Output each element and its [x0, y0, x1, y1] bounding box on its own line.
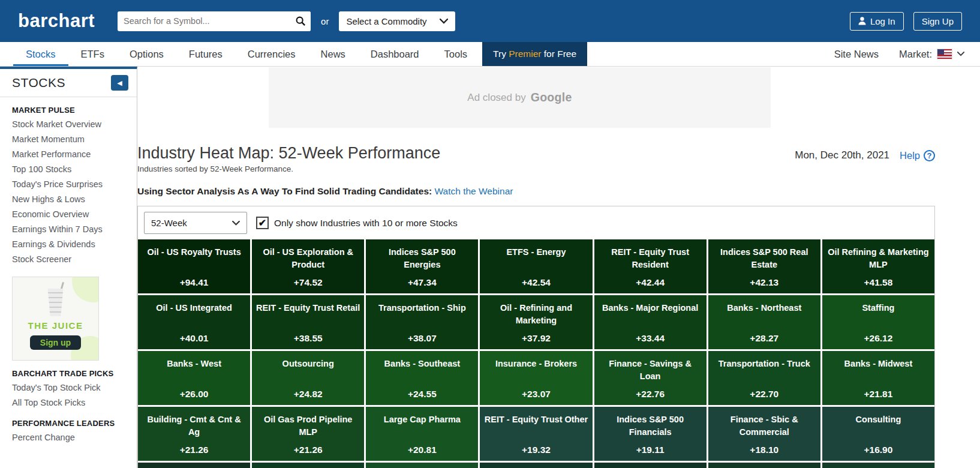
site-news-link[interactable]: Site News — [834, 49, 879, 60]
period-select[interactable]: 52-Week — [144, 212, 247, 234]
nav-item-etfs[interactable]: ETFs — [68, 42, 117, 66]
heatmap-cell-partial[interactable] — [366, 463, 478, 468]
sidebar-item-all-top-stock-picks[interactable]: All Top Stock Picks — [12, 395, 137, 410]
sidebar-item-top-100-stocks[interactable]: Top 100 Stocks — [12, 162, 137, 177]
heatmap-cell-value: +42.54 — [483, 277, 588, 288]
heatmap-cell-partial[interactable] — [480, 463, 592, 468]
heatmap-cell-etfs-energy[interactable]: ETFS - Energy+42.54 — [480, 239, 592, 293]
heatmap-cell-partial[interactable] — [138, 463, 250, 468]
signup-label: Sign Up — [922, 16, 954, 26]
market-selector[interactable]: Market: — [899, 49, 964, 60]
heatmap-cell-oil-refining-and-marketing[interactable]: Oil - Refining and Marketing+37.92 — [480, 295, 592, 349]
heatmap-cell-oil-us-royalty-trusts[interactable]: Oil - US Royalty Trusts+94.41 — [138, 239, 250, 293]
nav-item-futures[interactable]: Futures — [176, 42, 235, 66]
heatmap-cell-value: +19.32 — [483, 445, 588, 455]
heatmap-cell-value: +19.11 — [598, 445, 703, 455]
heatmap-cell-finance-sbic-commercial[interactable]: Finance - Sbic & Commercial+18.10 — [708, 407, 820, 461]
heatmap-cell-banks-southeast[interactable]: Banks - Southeast+24.55 — [366, 351, 478, 405]
heatmap-cell-value: +33.44 — [598, 333, 703, 344]
heatmap-cell-partial[interactable] — [252, 463, 364, 468]
login-button[interactable]: Log In — [850, 12, 904, 31]
signup-button[interactable]: Sign Up — [913, 12, 962, 31]
nav-item-currencies[interactable]: Currencies — [235, 42, 308, 66]
sidebar-item-stock-market-overview[interactable]: Stock Market Overview — [12, 117, 137, 132]
heatmap-cell-banks-west[interactable]: Banks - West+26.00 — [138, 351, 250, 405]
sidebar-item-market-momentum[interactable]: Market Momentum — [12, 132, 137, 147]
stocks-filter: ✔ Only show Industries with 10 or more S… — [256, 217, 458, 229]
heatmap-cell-oil-gas-prod-pipeline-mlp[interactable]: Oil Gas Prod Pipeline MLP+21.26 — [252, 407, 364, 461]
heatmap-cell-insurance-brokers[interactable]: Insurance - Brokers+23.07 — [480, 351, 592, 405]
heatmap-cell-banks-northeast[interactable]: Banks - Northeast+28.27 — [708, 295, 820, 349]
google-ad-banner: Ad closed by Google — [269, 67, 771, 128]
help-link[interactable]: Help ? — [900, 150, 935, 161]
heatmap-cell-partial[interactable] — [708, 463, 820, 468]
heatmap-cell-reit-equity-trust-retail[interactable]: REIT - Equity Trust Retail+38.55 — [252, 295, 364, 349]
ad-title: THE JUICE — [13, 320, 98, 331]
ad-signup-button[interactable]: Sign up — [30, 335, 81, 350]
heatmap-cell-transportation-truck[interactable]: Transportation - Truck+22.70 — [708, 351, 820, 405]
heatmap-cell-name: Banks - Southeast — [369, 358, 474, 370]
sidebar-item-earnings-dividends[interactable]: Earnings & Dividends — [12, 237, 137, 252]
page-subtitle: Industries sorted by 52-Week Performance… — [137, 164, 935, 173]
heatmap-cell-large-cap-pharma[interactable]: Large Cap Pharma+20.81 — [366, 407, 478, 461]
chevron-down-icon — [232, 221, 240, 226]
heatmap-cell-value: +24.55 — [369, 389, 474, 400]
heatmap-cell-value: +20.81 — [369, 445, 474, 455]
sidebar-item-percent-change[interactable]: Percent Change — [12, 430, 137, 445]
sidebar-item-today-s-price-surprises[interactable]: Today's Price Surprises — [12, 177, 137, 192]
heatmap-cell-oil-us-integrated[interactable]: Oil - US Integrated+40.01 — [138, 295, 250, 349]
sidebar-section-market-pulse: MARKET PULSEStock Market OverviewMarket … — [12, 106, 137, 267]
heatmap-cell-value: +42.44 — [598, 277, 703, 288]
date-label: Mon, Dec 20th, 2021 — [795, 149, 889, 161]
heatmap-cell-name: Oil Refining & Marketing MLP — [826, 246, 931, 271]
nav-item-stocks[interactable]: Stocks — [13, 42, 68, 66]
webinar-link[interactable]: Watch the Webinar — [435, 186, 513, 196]
sidebar-item-new-highs-lows[interactable]: New Highs & Lows — [12, 192, 137, 207]
nav-item-dashboard[interactable]: Dashboard — [358, 42, 432, 66]
commodity-select[interactable]: Select a Commodity — [339, 11, 455, 31]
heatmap-cell-name: Oil - US Exploration & Product — [255, 246, 360, 271]
heatmap-cell-value: +21.26 — [142, 445, 246, 455]
heatmap-cell-indices-s-p-500-energies[interactable]: Indices S&P 500 Energies+47.34 — [366, 239, 478, 293]
heatmap-cell-oil-refining-marketing-mlp[interactable]: Oil Refining & Marketing MLP+41.58 — [822, 239, 934, 293]
sidebar-item-stock-screener[interactable]: Stock Screener — [12, 252, 137, 267]
heatmap-cell-partial[interactable] — [822, 463, 934, 468]
sidebar-item-today-s-top-stock-pick[interactable]: Today's Top Stock Pick — [12, 380, 137, 395]
heatmap-cell-consulting[interactable]: Consulting+16.90 — [822, 407, 934, 461]
heatmap-cell-indices-s-p-500-financials[interactable]: Indices S&P 500 Financials+19.11 — [594, 407, 707, 461]
search-icon[interactable] — [290, 11, 311, 31]
heatmap-cell-reit-equity-trust-other[interactable]: REIT - Equity Trust Other+19.32 — [480, 407, 592, 461]
webinar-text: Using Sector Analysis As A Way To Find S… — [137, 186, 432, 196]
sidebar-collapse-button[interactable]: ◀ — [111, 75, 128, 91]
heatmap-cell-partial[interactable] — [594, 463, 707, 468]
sidebar-item-economic-overview[interactable]: Economic Overview — [12, 207, 137, 222]
filter-checkbox[interactable]: ✔ — [256, 217, 269, 229]
heatmap-cell-banks-major-regional[interactable]: Banks - Major Regional+33.44 — [594, 295, 707, 349]
heatmap-cell-outsourcing[interactable]: Outsourcing+24.82 — [252, 351, 364, 405]
heatmap-cell-oil-us-exploration-product[interactable]: Oil - US Exploration & Product+74.52 — [252, 239, 364, 293]
search-input[interactable] — [118, 16, 290, 26]
nav-item-news[interactable]: News — [308, 42, 358, 66]
heatmap-cell-name: Building - Cmt & Cnt & Ag — [142, 413, 246, 439]
heatmap-cell-reit-equity-trust-resident[interactable]: REIT - Equity Trust Resident+42.44 — [594, 239, 707, 293]
heatmap-cell-name: Indices S&P 500 Real Estate — [712, 246, 817, 271]
commodity-select-value: Select a Commodity — [346, 16, 426, 26]
nav-item-options[interactable]: Options — [117, 42, 176, 66]
heatmap-cell-name: Transportation - Truck — [712, 358, 817, 370]
heatmap-cell-name: Oil - US Royalty Trusts — [142, 246, 246, 259]
barchart-logo[interactable]: barchart — [18, 10, 95, 32]
heatmap-cell-staffing[interactable]: Staffing+26.12 — [822, 295, 934, 349]
heatmap-cell-finance-savings-loan[interactable]: Finance - Savings & Loan+22.76 — [594, 351, 707, 405]
heatmap-cell-transportation-ship[interactable]: Transportation - Ship+38.07 — [366, 295, 478, 349]
heatmap-cell-name: Banks - Midwest — [826, 358, 931, 370]
sidebar-item-earnings-within-7-days[interactable]: Earnings Within 7 Days — [12, 222, 137, 237]
heatmap-cell-indices-s-p-500-real-estate[interactable]: Indices S&P 500 Real Estate+42.13 — [708, 239, 820, 293]
sidebar-item-market-performance[interactable]: Market Performance — [12, 147, 137, 162]
heatmap-cell-banks-midwest[interactable]: Banks - Midwest+21.81 — [822, 351, 934, 405]
juice-ad[interactable]: THE JUICE Sign up — [12, 277, 99, 361]
try-premier-button[interactable]: Try Premier for Free — [482, 42, 587, 66]
sidebar-section-heading: BARCHART TRADE PICKS — [12, 369, 137, 378]
heatmap-cell-name: Transportation - Ship — [369, 302, 474, 314]
nav-item-tools[interactable]: Tools — [432, 42, 480, 66]
heatmap-cell-building-cmt-cnt-ag[interactable]: Building - Cmt & Cnt & Ag+21.26 — [138, 407, 250, 461]
